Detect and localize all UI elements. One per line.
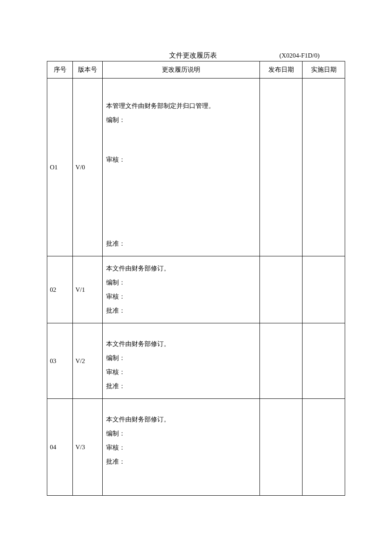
desc-approve: 批准：	[106, 304, 256, 318]
cell-imp	[303, 78, 345, 256]
cell-pub	[260, 323, 303, 399]
cell-desc: 本文件由财务部修订。 编制： 审核： 批准：	[103, 256, 260, 323]
cell-ver: V/0	[73, 78, 103, 256]
cell-ver: V/3	[73, 399, 103, 496]
table-row: 02 V/1 本文件由财务部修订。 编制： 审核： 批准：	[47, 256, 345, 323]
desc-intro: 本管理文件由财务部制定并归口管理。	[106, 99, 256, 113]
desc-approve: 批准：	[106, 379, 256, 393]
table-row: 04 V/3 本文件由财务部修订。 编制： 审核： 批准：	[47, 399, 345, 496]
cell-imp	[303, 399, 345, 496]
desc-compile: 编制：	[106, 113, 256, 127]
desc-approve: 批准：	[106, 237, 256, 251]
desc-review: 审核：	[106, 441, 256, 455]
cell-imp	[303, 256, 345, 323]
cell-desc: 审核：	[103, 135, 260, 232]
col-header-desc: 更改履历说明	[103, 61, 260, 78]
cell-ver: V/2	[73, 323, 103, 399]
table-row: 03 V/2 本文件由财务部修订。 编制： 审核： 批准：	[47, 323, 345, 399]
col-header-pub: 发布日期	[260, 61, 303, 78]
cell-desc: 本文件由财务部修订。 编制： 审核： 批准：	[103, 323, 260, 399]
cell-seq: O1	[47, 78, 73, 256]
desc-compile: 编制：	[106, 351, 256, 365]
desc-review: 审核：	[106, 153, 256, 167]
desc-intro: 本文件由财务部修订。	[106, 337, 256, 351]
document-title: 文件更改履历表	[47, 51, 280, 60]
table-row: O1 V/0 本管理文件由财务部制定并归口管理。 编制：	[47, 78, 345, 135]
cell-desc: 本管理文件由财务部制定并归口管理。 编制：	[103, 78, 260, 135]
document-header: 文件更改履历表 (X0204-F1D/0)	[47, 51, 345, 60]
cell-seq: 04	[47, 399, 73, 496]
document-code: (X0204-F1D/0)	[280, 52, 345, 59]
desc-review: 审核：	[106, 290, 256, 304]
cell-seq: 02	[47, 256, 73, 323]
cell-seq: 03	[47, 323, 73, 399]
cell-pub	[260, 78, 303, 256]
cell-desc: 本文件由财务部修订。 编制： 审核： 批准：	[103, 399, 260, 496]
col-header-ver: 版本号	[73, 61, 103, 78]
revision-history-table: 序号 版本号 更改履历说明 发布日期 实施日期 O1 V/0 本管理文件由财务部…	[47, 61, 345, 496]
col-header-seq: 序号	[47, 61, 73, 78]
desc-review: 审核：	[106, 365, 256, 379]
desc-intro: 本文件由财务部修订。	[106, 413, 256, 427]
table-header-row: 序号 版本号 更改履历说明 发布日期 实施日期	[47, 61, 345, 78]
cell-pub	[260, 256, 303, 323]
col-header-imp: 实施日期	[303, 61, 345, 78]
cell-imp	[303, 323, 345, 399]
cell-ver: V/1	[73, 256, 103, 323]
cell-desc: 批准：	[103, 232, 260, 256]
cell-pub	[260, 399, 303, 496]
desc-intro: 本文件由财务部修订。	[106, 262, 256, 276]
desc-compile: 编制：	[106, 276, 256, 290]
desc-approve: 批准：	[106, 455, 256, 469]
desc-compile: 编制：	[106, 427, 256, 441]
